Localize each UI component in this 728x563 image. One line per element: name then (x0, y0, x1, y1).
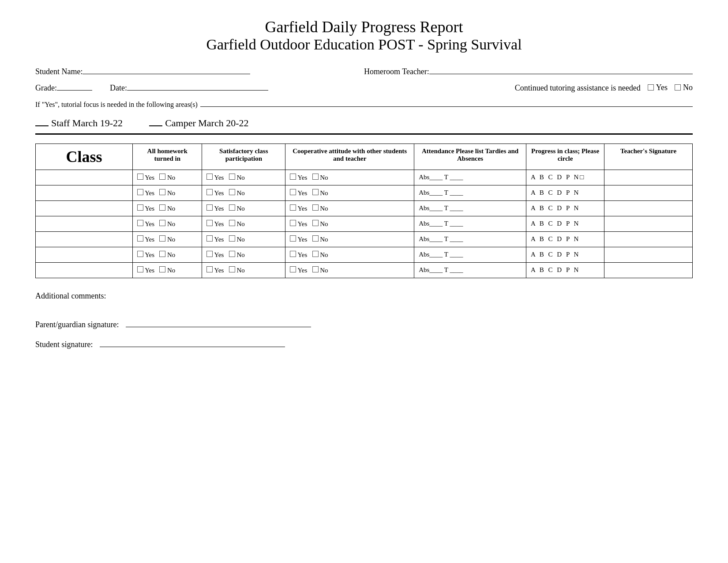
yes-checkbox[interactable] (648, 84, 654, 91)
coop-no-7[interactable] (312, 266, 319, 272)
hw-cell-7: Yes No (133, 263, 202, 278)
sig-cell-2[interactable] (604, 185, 693, 201)
coop-yes-7[interactable] (290, 266, 296, 272)
part-yes-2[interactable] (206, 189, 213, 195)
part-yes-4[interactable] (206, 220, 213, 226)
student-sig-field[interactable] (100, 338, 285, 347)
hw-no-7[interactable] (159, 266, 165, 272)
grade-cell-1: A B C D P N□ (526, 170, 604, 185)
grade-cell-7: A B C D P N (526, 263, 604, 278)
tutorial-focus-field2[interactable] (622, 99, 693, 107)
hw-cell-4: Yes No (133, 216, 202, 232)
tutorial-focus-field[interactable] (200, 99, 622, 107)
table-row: Yes No Yes No Yes No Abs____ T ____ A B … (36, 263, 693, 278)
student-name-field[interactable] (83, 66, 250, 74)
coop-yes-3[interactable] (290, 204, 296, 211)
part-yes-5[interactable] (206, 235, 213, 242)
hw-yes-1[interactable] (137, 174, 143, 180)
sig-cell-4[interactable] (604, 216, 693, 232)
staff-item: Staff March 19-22 (35, 117, 123, 129)
part-yes-3[interactable] (206, 204, 213, 211)
grade-cell-4: A B C D P N (526, 216, 604, 232)
coop-yes-1[interactable] (290, 174, 296, 180)
part-no-1[interactable] (229, 174, 235, 180)
hw-yes-3[interactable] (137, 204, 143, 211)
parent-sig-field[interactable] (126, 318, 311, 327)
no-checkbox[interactable] (675, 84, 681, 91)
coop-no-3[interactable] (312, 204, 319, 211)
part-no-4[interactable] (229, 220, 235, 226)
hw-no-4[interactable] (159, 220, 165, 226)
date-field[interactable] (127, 83, 268, 91)
class-name-cell[interactable] (36, 263, 133, 278)
hw-yes-4[interactable] (137, 220, 143, 226)
hw-no-5[interactable] (159, 235, 165, 242)
class-header: Class (36, 144, 133, 170)
hw-no-2[interactable] (159, 189, 165, 195)
hw-yes-5[interactable] (137, 235, 143, 242)
part-no-2[interactable] (229, 189, 235, 195)
sig-cell-5[interactable] (604, 232, 693, 247)
grade-field[interactable] (57, 83, 92, 91)
coop-cell-2: Yes No (285, 185, 414, 201)
yes-checkbox-group[interactable]: Yes (648, 83, 668, 92)
hw-yes-6[interactable] (137, 251, 143, 257)
coop-cell-7: Yes No (285, 263, 414, 278)
coop-yes-2[interactable] (290, 189, 296, 195)
tutorial-focus-row: If "Yes", tutorial focus is needed in th… (35, 99, 693, 109)
hw-yes-2[interactable] (137, 189, 143, 195)
homeroom-group: Homeroom Teacher: (364, 66, 693, 76)
class-name-cell[interactable] (36, 232, 133, 247)
homeroom-field[interactable] (429, 66, 693, 74)
hw-cell-5: Yes No (133, 232, 202, 247)
student-sig-label: Student signature: (35, 340, 93, 349)
no-checkbox-group[interactable]: No (675, 83, 693, 92)
coop-no-1[interactable] (312, 174, 319, 180)
part-no-5[interactable] (229, 235, 235, 242)
camper-blank[interactable] (149, 118, 162, 126)
part-cell-6: Yes No (202, 247, 285, 263)
coop-no-2[interactable] (312, 189, 319, 195)
part-yes-7[interactable] (206, 266, 213, 272)
hw-cell-6: Yes No (133, 247, 202, 263)
part-no-6[interactable] (229, 251, 235, 257)
coop-yes-5[interactable] (290, 235, 296, 242)
part-yes-1[interactable] (206, 174, 213, 180)
grade-date-tutoring-row: Grade: Date: Continued tutoring assistan… (35, 83, 693, 93)
coop-yes-4[interactable] (290, 220, 296, 226)
sig-cell-7[interactable] (604, 263, 693, 278)
staff-blank[interactable] (35, 118, 49, 126)
parent-sig-row: Parent/guardian signature: (35, 318, 693, 329)
part-cell-7: Yes No (202, 263, 285, 278)
hw-no-1[interactable] (159, 174, 165, 180)
part-no-3[interactable] (229, 204, 235, 211)
hw-no-6[interactable] (159, 251, 165, 257)
coop-no-5[interactable] (312, 235, 319, 242)
table-row: Yes No Yes No Yes No Abs____ T ____ A B … (36, 247, 693, 263)
col-header-1: All homework turned in (133, 144, 202, 170)
additional-comments-label: Additional comments: (35, 291, 106, 300)
class-name-cell[interactable] (36, 247, 133, 263)
hw-no-3[interactable] (159, 204, 165, 211)
tutorial-focus-label: If "Yes", tutorial focus is needed in th… (35, 101, 198, 109)
class-name-cell[interactable] (36, 170, 133, 185)
sig-cell-6[interactable] (604, 247, 693, 263)
att-cell-1: Abs____ T ____ (414, 170, 526, 185)
coop-yes-6[interactable] (290, 251, 296, 257)
tutoring-label: Continued tutoring assistance is needed (515, 83, 641, 93)
coop-no-4[interactable] (312, 220, 319, 226)
hw-yes-7[interactable] (137, 266, 143, 272)
coop-no-6[interactable] (312, 251, 319, 257)
att-cell-5: Abs____ T ____ (414, 232, 526, 247)
class-name-cell[interactable] (36, 185, 133, 201)
part-no-7[interactable] (229, 266, 235, 272)
part-yes-6[interactable] (206, 251, 213, 257)
grade-group: Grade: (35, 83, 92, 93)
sig-cell-3[interactable] (604, 201, 693, 216)
coop-cell-6: Yes No (285, 247, 414, 263)
camper-label: Camper March 20-22 (165, 117, 248, 129)
page-header: Garfield Daily Progress Report Garfield … (35, 18, 693, 53)
class-name-cell[interactable] (36, 216, 133, 232)
class-name-cell[interactable] (36, 201, 133, 216)
sig-cell-1[interactable] (604, 170, 693, 185)
